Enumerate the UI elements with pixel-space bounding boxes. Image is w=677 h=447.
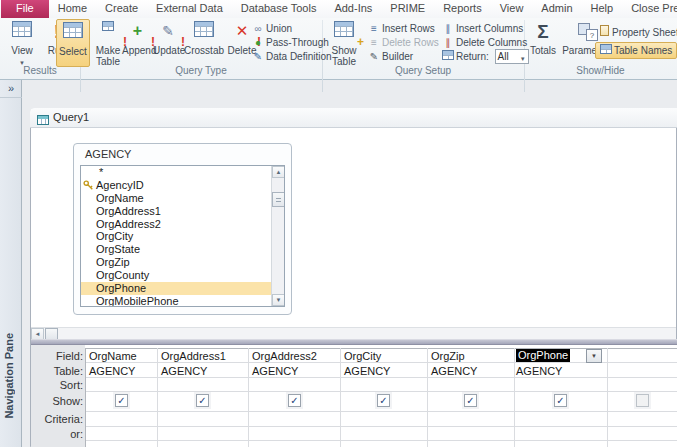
crosstab-button[interactable]: Crosstab	[183, 19, 225, 65]
grid-field-cell[interactable]: OrgCity	[344, 350, 381, 363]
tab-reports[interactable]: Reports	[434, 0, 491, 18]
tab-external-data[interactable]: External Data	[147, 0, 232, 18]
group-label-query-type: Query Type	[80, 65, 322, 78]
chevron-down-icon: ▼	[591, 353, 597, 359]
tab-close-preview[interactable]: Close Preview	[622, 0, 677, 18]
grid-table-cell[interactable]: AGENCY	[161, 365, 207, 378]
view-datasheet-icon	[12, 21, 32, 37]
return-value: All	[498, 51, 509, 62]
field-list-item[interactable]: OrgAddress2	[81, 218, 272, 231]
grid-field-cell[interactable]: OrgAddress1	[161, 350, 226, 363]
scroll-down-button[interactable]: ▼	[272, 294, 285, 306]
show-checkbox[interactable]: ✓	[115, 394, 128, 407]
tab-database-tools[interactable]: Database Tools	[232, 0, 326, 18]
show-checkbox-unchecked[interactable]	[636, 394, 649, 407]
show-checkbox[interactable]: ✓	[288, 394, 301, 407]
make-table-icon	[102, 21, 114, 31]
field-list-item-highlighted[interactable]: OrgPhone	[81, 282, 272, 295]
view-button[interactable]: View ▼	[4, 19, 40, 65]
check-icon: ✓	[290, 395, 298, 406]
insert-columns-icon: ∥	[442, 22, 454, 35]
property-sheet-button[interactable]: Property Sheet	[598, 25, 677, 38]
append-button[interactable]: +! Append	[122, 19, 153, 65]
grid-line	[514, 348, 515, 447]
scrollbar-thumb[interactable]	[272, 192, 285, 207]
data-definition-button[interactable]: ✎Data Definition	[252, 50, 332, 63]
grid-line	[85, 411, 677, 412]
group-label-show-hide: Show/Hide	[524, 65, 677, 78]
union-button[interactable]: ∞Union	[252, 22, 292, 35]
field-list-item[interactable]: OrgZip	[81, 256, 272, 269]
builder-button[interactable]: ✎Builder	[368, 50, 413, 63]
tab-create[interactable]: Create	[96, 0, 147, 18]
insert-columns-button[interactable]: ∥Insert Columns	[442, 22, 523, 35]
return-label: Return:	[456, 51, 489, 62]
field-list-item[interactable]: OrgCity	[81, 230, 272, 243]
navigation-pane-title[interactable]: Navigation Pane	[3, 333, 15, 419]
crosstab-label: Crosstab	[184, 45, 224, 56]
grid-table-cell[interactable]: AGENCY	[431, 365, 477, 378]
navigation-pane-collapsed: » Navigation Pane	[0, 80, 22, 447]
tab-home[interactable]: Home	[49, 0, 96, 18]
pass-through-button[interactable]: ●Pass-Through	[252, 36, 329, 49]
show-checkbox[interactable]: ✓	[464, 394, 477, 407]
crosstab-icon	[194, 21, 214, 37]
totals-button[interactable]: Σ Totals	[526, 19, 560, 65]
tab-view[interactable]: View	[491, 0, 533, 18]
data-definition-label: Data Definition	[266, 51, 332, 62]
select-label: Select	[59, 46, 87, 57]
show-table-button[interactable]: + Show Table	[326, 19, 362, 65]
delete-columns-button[interactable]: ∥Delete Columns	[442, 36, 527, 49]
property-sheet-label: Property Sheet	[612, 27, 677, 38]
tab-file[interactable]: File	[1, 0, 49, 18]
grid-line	[85, 440, 677, 441]
return-combobox[interactable]: All▼	[495, 49, 529, 64]
grid-table-cell[interactable]: AGENCY	[252, 365, 298, 378]
query-icon	[37, 112, 49, 131]
pass-through-label: Pass-Through	[266, 37, 329, 48]
grid-field-cell[interactable]: OrgName	[89, 350, 137, 363]
grid-table-cell[interactable]: AGENCY	[516, 365, 562, 378]
field-list-item[interactable]: OrgCounty	[81, 269, 272, 282]
grid-line	[85, 348, 86, 447]
field-list-item-agencyid[interactable]: AgencyID	[81, 179, 272, 192]
grid-field-cell[interactable]: OrgAddress2	[252, 350, 317, 363]
ribbon-tab-bar: File Home Create External Data Database …	[0, 0, 677, 18]
field-list-item[interactable]: OrgMobilePhone	[81, 295, 272, 307]
tab-prime[interactable]: PRIME	[381, 0, 434, 18]
query-window-titlebar[interactable]: Query1	[30, 108, 677, 128]
tab-admin[interactable]: Admin	[532, 0, 581, 18]
grid-table-cell[interactable]: AGENCY	[344, 365, 390, 378]
field-list-scrollbar[interactable]: ▲ ▼	[271, 166, 284, 306]
grid-field-cell[interactable]: OrgZip	[431, 350, 465, 363]
show-checkbox[interactable]: ✓	[554, 394, 567, 407]
row-label-table: Table:	[31, 365, 83, 377]
update-button[interactable]: ✎! Update	[153, 19, 183, 65]
tab-help[interactable]: Help	[582, 0, 623, 18]
table-names-button[interactable]: Table Names	[595, 42, 677, 59]
row-label-or: or:	[31, 428, 83, 440]
insert-rows-button[interactable]: ≡Insert Rows	[368, 22, 435, 35]
show-checkbox[interactable]: ✓	[196, 394, 209, 407]
make-table-button[interactable]: ! Make Table	[91, 19, 125, 65]
chevrons-right-icon: »	[8, 82, 14, 94]
tab-add-ins[interactable]: Add-Ins	[325, 0, 381, 18]
delete-columns-icon: ∥	[442, 36, 454, 49]
row-label-field: Field:	[31, 350, 83, 362]
select-query-button[interactable]: Select	[56, 19, 90, 67]
field-list-item[interactable]: OrgState	[81, 243, 272, 256]
diagram-pane-horizontal-scrollbar[interactable]: ◄	[31, 327, 676, 339]
expand-navigation-pane-button[interactable]: »	[0, 80, 22, 98]
grid-table-cell[interactable]: AGENCY	[89, 365, 135, 378]
show-checkbox[interactable]: ✓	[377, 394, 390, 407]
grid-line	[248, 348, 249, 447]
field-list-item-star[interactable]: *	[81, 166, 272, 179]
field-dropdown-button[interactable]: ▼	[586, 349, 602, 363]
insert-rows-label: Insert Rows	[382, 23, 435, 34]
grid-line	[340, 348, 341, 447]
table-names-icon	[600, 44, 612, 54]
grid-field-cell-selected[interactable]: OrgPhone	[516, 349, 570, 362]
field-list-item[interactable]: OrgName	[81, 192, 272, 205]
field-list-item[interactable]: OrgAddress1	[81, 205, 272, 218]
scroll-up-button[interactable]: ▲	[272, 166, 285, 178]
